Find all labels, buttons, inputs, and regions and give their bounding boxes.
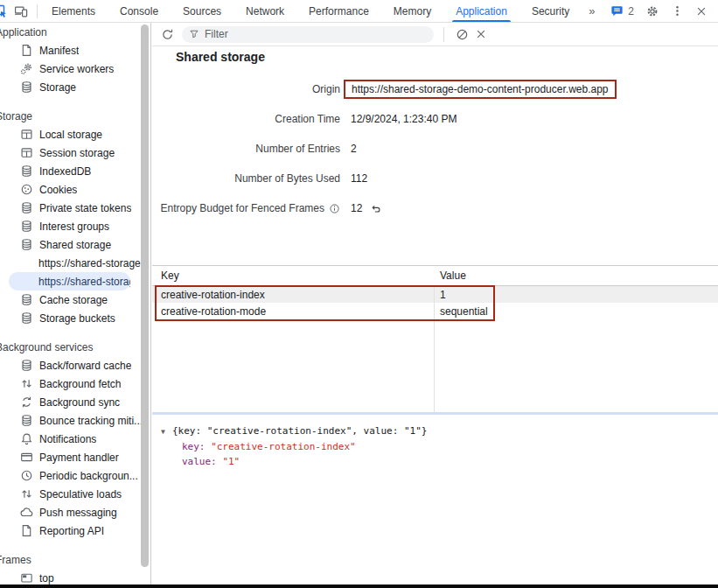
tab-application[interactable]: Application <box>443 0 519 22</box>
preview-splitter[interactable] <box>152 412 718 415</box>
refresh-button[interactable] <box>158 25 176 43</box>
sidebar-item-periodic-background-sync[interactable]: Periodic backgroun... <box>0 466 150 485</box>
sidebar-item-interest-groups[interactable]: Interest groups <box>0 217 150 235</box>
tab-network[interactable]: Network <box>234 0 296 22</box>
sidebar-item-shared-storage[interactable]: Shared storage <box>0 235 150 254</box>
sidebar-item-session-storage[interactable]: Session storage <box>0 144 150 162</box>
preview-property-value: value: "1" <box>161 454 718 469</box>
sidebar-item-cache-storage[interactable]: Cache storage <box>0 290 150 309</box>
sidebar-item-private-state-tokens[interactable]: Private state tokens <box>0 199 150 217</box>
page-title: Shared storage <box>176 50 265 64</box>
database-icon <box>20 220 33 233</box>
database-icon <box>20 238 33 251</box>
cloud-icon <box>20 506 33 519</box>
filter-field[interactable] <box>182 26 434 43</box>
sidebar-item-indexeddb[interactable]: IndexedDB <box>0 162 150 180</box>
window-bottom-edge <box>0 584 718 588</box>
column-resize-divider[interactable] <box>434 266 435 412</box>
sidebar-item-push-messaging[interactable]: Push messaging <box>0 503 150 522</box>
database-icon <box>20 359 33 372</box>
column-header-key[interactable]: Key <box>152 270 434 282</box>
tab-sources[interactable]: Sources <box>171 0 234 22</box>
block-clear-icon <box>456 28 469 41</box>
column-header-value[interactable]: Value <box>434 270 466 282</box>
preview-object-summary: ▼{key: "creative-rotation-index", value:… <box>161 424 718 439</box>
refresh-icon <box>161 28 174 41</box>
up-down-arrows-icon <box>20 487 33 500</box>
sidebar-item-local-storage[interactable]: Local storage <box>0 125 150 144</box>
device-toolbar-icon[interactable] <box>14 4 28 18</box>
sidebar-item-bounce-tracking-mitigations[interactable]: Bounce tracking miti... <box>0 411 150 430</box>
database-icon <box>20 293 33 306</box>
section-title-background-services: Background services <box>0 338 150 356</box>
shared-storage-panel: Shared storage Origin https://shared-sto… <box>152 23 718 588</box>
tab-console[interactable]: Console <box>108 0 171 22</box>
issues-indicator[interactable]: 2 <box>610 4 634 18</box>
delete-x-icon <box>475 28 487 40</box>
tab-security[interactable]: Security <box>519 0 582 22</box>
table-grid-icon <box>20 146 33 159</box>
metadata-row-number-of-entries: Number of Entries 2 <box>152 134 718 164</box>
devtools-window: Elements Console Sources Network Perform… <box>0 0 718 588</box>
toolbar-divider <box>37 4 38 18</box>
cookie-icon <box>20 183 33 196</box>
tab-elements[interactable]: Elements <box>39 0 108 22</box>
shared-storage-items-grid: Key Value creative-rotation-index 1 crea… <box>152 265 718 412</box>
sidebar-item-background-fetch[interactable]: Background fetch <box>0 374 150 393</box>
sidebar-item-service-workers[interactable]: Service workers <box>0 60 150 78</box>
clear-all-button[interactable] <box>452 25 471 43</box>
settings-gear-icon[interactable] <box>645 4 659 18</box>
sidebar-item-speculative-loads[interactable]: Speculative loads <box>0 485 150 503</box>
preview-property-key: key: "creative-rotation-index" <box>161 439 718 454</box>
sidebar-item-reporting-api[interactable]: Reporting API <box>0 522 150 540</box>
tab-memory[interactable]: Memory <box>381 0 443 22</box>
sidebar-item-shared-storage-origin-2-selected[interactable]: https://shared-storage... <box>9 272 130 290</box>
sidebar-item-storage[interactable]: Storage <box>0 78 150 96</box>
toolbar-divider <box>443 27 444 42</box>
sidebar-scrollbar-thumb[interactable] <box>141 24 149 567</box>
tabbar-left-controls <box>0 0 39 22</box>
sidebar-item-payment-handler[interactable]: Payment handler <box>0 448 150 466</box>
section-title-storage: Storage <box>0 107 150 125</box>
frame-window-icon <box>20 571 33 584</box>
clock-icon <box>20 469 33 482</box>
info-icon[interactable] <box>329 203 340 214</box>
sidebar-item-notifications[interactable]: Notifications <box>0 430 150 448</box>
grid-row-creative-rotation-mode[interactable]: creative-rotation-mode sequential <box>152 303 718 319</box>
tab-performance[interactable]: Performance <box>296 0 381 22</box>
origin-value-annotated: https://shared-storage-demo-content-prod… <box>344 80 617 99</box>
reset-budget-undo-icon[interactable] <box>370 203 381 214</box>
application-sidebar: Application Manifest Service workers Sto… <box>0 23 151 588</box>
document-icon <box>20 524 33 537</box>
metadata-row-entropy-budget: Entropy Budget for Fenced Frames 12 <box>152 193 718 223</box>
up-down-arrows-icon <box>20 377 33 390</box>
section-title-frames: Frames <box>0 550 150 569</box>
filter-input[interactable] <box>205 28 427 40</box>
grid-row-creative-rotation-index[interactable]: creative-rotation-index 1 <box>152 286 718 303</box>
sidebar-item-cookies[interactable]: Cookies <box>0 180 150 199</box>
filter-funnel-icon <box>189 29 199 39</box>
sidebar-item-manifest[interactable]: Manifest <box>0 41 150 60</box>
expander-triangle-icon[interactable]: ▼ <box>161 424 172 439</box>
issues-count: 2 <box>628 5 634 18</box>
sidebar-item-shared-storage-origin-1[interactable]: https://shared-storage... <box>0 254 150 272</box>
database-icon <box>20 414 33 427</box>
sidebar-item-background-sync[interactable]: Background sync <box>0 393 150 411</box>
sidebar-item-storage-buckets[interactable]: Storage buckets <box>0 309 150 327</box>
close-devtools-icon[interactable] <box>695 5 708 18</box>
shared-storage-metadata: Origin https://shared-storage-demo-conte… <box>152 74 718 223</box>
metadata-row-creation-time: Creation Time 12/9/2024, 1:23:40 PM <box>152 104 718 134</box>
database-icon <box>20 80 33 94</box>
sync-arrows-icon <box>20 396 33 409</box>
delete-selected-button[interactable] <box>471 25 491 43</box>
service-worker-gear-icon <box>20 62 33 75</box>
more-tabs-chevron[interactable]: » <box>582 4 602 18</box>
payment-card-icon <box>20 451 33 464</box>
inspect-icon[interactable] <box>0 4 10 19</box>
kebab-menu-icon[interactable] <box>671 4 684 18</box>
sidebar-item-back-forward-cache[interactable]: Back/forward cache <box>0 356 150 374</box>
panel-tabs: Elements Console Sources Network Perform… <box>39 0 602 22</box>
tabbar-right-controls: 2 <box>610 4 718 18</box>
devtools-tabbar: Elements Console Sources Network Perform… <box>0 0 718 23</box>
database-icon <box>20 312 33 325</box>
